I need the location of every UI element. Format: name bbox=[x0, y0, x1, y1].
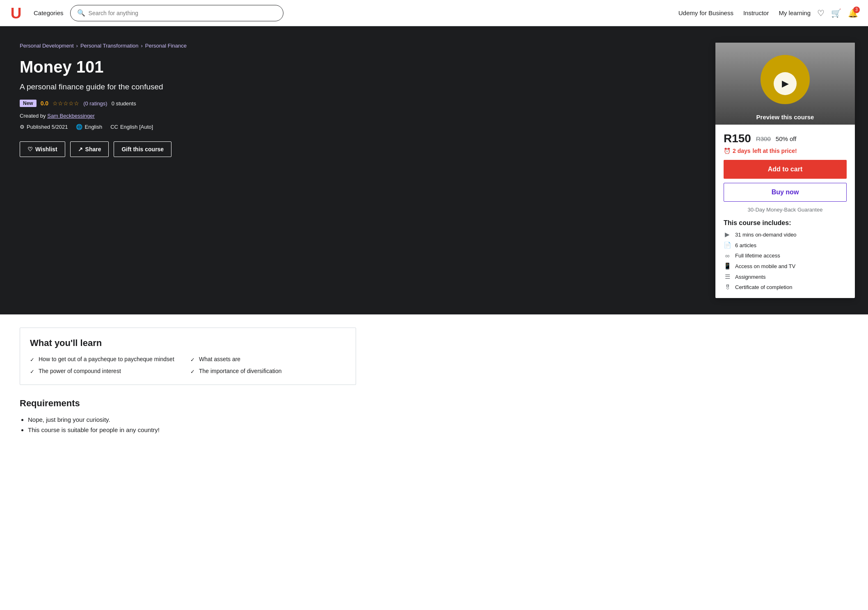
published-icon: ⚙ bbox=[20, 124, 25, 130]
check-icon: ✓ bbox=[30, 369, 34, 375]
captions-text: English [Auto] bbox=[120, 124, 153, 130]
notification-badge: 3 bbox=[853, 7, 860, 13]
includes-title: This course includes: bbox=[724, 219, 847, 227]
udemy-business-link[interactable]: Udemy for Business bbox=[678, 9, 733, 16]
breadcrumb-personal-transformation[interactable]: Personal Transformation bbox=[80, 43, 139, 49]
categories-link[interactable]: Categories bbox=[34, 9, 64, 16]
share-label: Share bbox=[85, 146, 101, 152]
mobile-icon: 📱 bbox=[724, 262, 731, 270]
cart-nav-button[interactable]: 🛒 bbox=[831, 8, 841, 18]
list-item: 📱 Access on mobile and TV bbox=[724, 262, 847, 270]
nav-links: Udemy for Business Instructor My learnin… bbox=[678, 9, 811, 16]
star-rating: ☆☆☆☆☆ bbox=[53, 100, 79, 107]
req-item-2: This course is suitable for people in an… bbox=[28, 426, 160, 433]
nav-icons: ♡ 🛒 🔔 3 bbox=[817, 8, 858, 18]
new-badge: New bbox=[20, 100, 37, 107]
list-item: 🎖 Certificate of completion bbox=[724, 284, 847, 291]
learn-section: What you'll learn ✓ How to get out of a … bbox=[20, 328, 356, 385]
rating-count: (0 ratings) bbox=[83, 100, 107, 107]
discount-label: 50% off bbox=[776, 135, 797, 142]
author-link[interactable]: Sam Beckbessinger bbox=[47, 113, 95, 119]
share-icon: ↗ bbox=[78, 146, 83, 152]
learn-grid: ✓ How to get out of a paycheque to paych… bbox=[30, 356, 346, 375]
breadcrumb-personal-finance[interactable]: Personal Finance bbox=[145, 43, 187, 49]
rating-score: 0.0 bbox=[41, 100, 48, 107]
includes-lifetime: Full lifetime access bbox=[735, 253, 780, 259]
breadcrumb-sep-2: › bbox=[141, 43, 143, 49]
learn-item-4: The importance of diversification bbox=[199, 368, 282, 374]
buy-now-button[interactable]: Buy now bbox=[724, 183, 847, 202]
countdown-suffix: left at this price! bbox=[753, 148, 797, 154]
lifetime-icon: ∞ bbox=[724, 252, 731, 259]
learn-item-2: The power of compound interest bbox=[39, 368, 121, 374]
share-button[interactable]: ↗ Share bbox=[70, 141, 109, 157]
countdown-days: 2 days bbox=[733, 148, 751, 154]
student-count: 0 students bbox=[112, 100, 136, 107]
list-item: ∞ Full lifetime access bbox=[724, 252, 847, 259]
add-to-cart-button[interactable]: Add to cart bbox=[724, 160, 847, 179]
includes-articles: 6 articles bbox=[735, 242, 756, 248]
meta-row: ⚙ Published 5/2021 🌐 English CC English … bbox=[20, 124, 356, 130]
learn-title: What you'll learn bbox=[30, 338, 346, 348]
gift-button[interactable]: Gift this course bbox=[114, 141, 171, 157]
course-card: ▶ Preview this course R150 R300 50% off … bbox=[715, 43, 855, 298]
list-item: ✓ How to get out of a paycheque to paych… bbox=[30, 356, 185, 363]
includes-certificate: Certificate of completion bbox=[735, 284, 792, 290]
includes-list: ▶ 31 mins on-demand video 📄 6 articles ∞… bbox=[724, 231, 847, 291]
requirements-section: Requirements Nope, just bring your curio… bbox=[20, 398, 356, 433]
created-by-label: Created by bbox=[20, 113, 46, 119]
created-by: Created by Sam Beckbessinger bbox=[20, 113, 356, 119]
heart-icon: ♡ bbox=[27, 146, 33, 152]
alarm-icon: ⏰ bbox=[724, 148, 731, 154]
logo[interactable]: U bbox=[10, 5, 27, 22]
requirements-list: Nope, just bring your curiosity. This co… bbox=[20, 416, 356, 433]
countdown: ⏰ 2 days left at this price! bbox=[724, 148, 847, 154]
my-learning-link[interactable]: My learning bbox=[779, 9, 811, 16]
play-button[interactable]: ▶ bbox=[774, 72, 797, 95]
list-item: 📄 6 articles bbox=[724, 241, 847, 249]
search-input[interactable] bbox=[89, 10, 276, 16]
main-content: What you'll learn ✓ How to get out of a … bbox=[0, 314, 868, 460]
includes-video: 31 mins on-demand video bbox=[735, 232, 797, 238]
language-text: English bbox=[85, 124, 102, 130]
article-icon: 📄 bbox=[724, 241, 731, 249]
includes-assignments: Assignments bbox=[735, 274, 765, 280]
notifications-button[interactable]: 🔔 3 bbox=[848, 8, 858, 18]
meta-captions: CC English [Auto] bbox=[110, 124, 153, 130]
language-icon: 🌐 bbox=[76, 124, 82, 130]
content-area: What you'll learn ✓ How to get out of a … bbox=[20, 328, 356, 446]
breadcrumb: Personal Development › Personal Transfor… bbox=[20, 43, 356, 49]
gift-label: Gift this course bbox=[121, 146, 164, 152]
list-item: ▶ 31 mins on-demand video bbox=[724, 231, 847, 238]
wishlist-label: Wishlist bbox=[35, 146, 57, 152]
price-row: R150 R300 50% off bbox=[724, 132, 847, 145]
list-item: ✓ The importance of diversification bbox=[190, 368, 346, 375]
breadcrumb-sep-1: › bbox=[76, 43, 78, 49]
list-item: ✓ The power of compound interest bbox=[30, 368, 185, 375]
instructor-link[interactable]: Instructor bbox=[743, 9, 769, 16]
preview-label: Preview this course bbox=[715, 114, 855, 121]
list-item: ☰ Assignments bbox=[724, 273, 847, 280]
list-item: ✓ What assets are bbox=[190, 356, 346, 363]
hero-section: Personal Development › Personal Transfor… bbox=[0, 26, 868, 314]
check-icon: ✓ bbox=[190, 369, 195, 375]
learn-item-1: How to get out of a paycheque to paycheq… bbox=[39, 356, 174, 362]
published-text: Published 5/2021 bbox=[27, 124, 68, 130]
course-title: Money 101 bbox=[20, 57, 356, 77]
meta-published: ⚙ Published 5/2021 bbox=[20, 124, 68, 130]
captions-icon: CC bbox=[110, 124, 118, 130]
current-price: R150 bbox=[724, 132, 751, 145]
assignment-icon: ☰ bbox=[724, 273, 731, 280]
requirements-title: Requirements bbox=[20, 398, 356, 409]
card-body: R150 R300 50% off ⏰ 2 days left at this … bbox=[715, 125, 855, 298]
wishlist-nav-button[interactable]: ♡ bbox=[817, 8, 825, 18]
preview-thumbnail[interactable]: ▶ Preview this course bbox=[715, 43, 855, 125]
course-subtitle: A personal finance guide for the confuse… bbox=[20, 82, 356, 91]
video-icon: ▶ bbox=[724, 231, 731, 238]
check-icon: ✓ bbox=[30, 357, 34, 363]
breadcrumb-personal-development[interactable]: Personal Development bbox=[20, 43, 74, 49]
list-item: Nope, just bring your curiosity. bbox=[28, 416, 356, 423]
meta-language: 🌐 English bbox=[76, 124, 102, 130]
wishlist-button[interactable]: ♡ Wishlist bbox=[20, 141, 65, 157]
check-icon: ✓ bbox=[190, 357, 195, 363]
